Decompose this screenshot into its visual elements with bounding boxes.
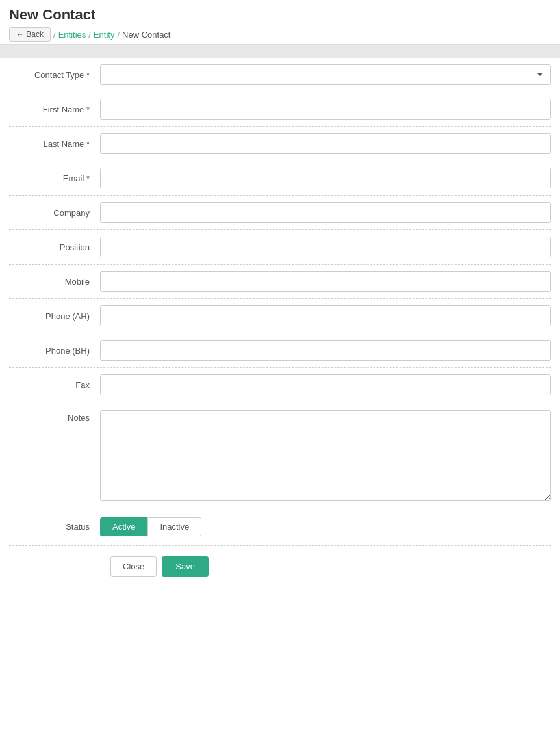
phone-bh-row: Phone (BH) [9,333,551,368]
breadcrumb-entity[interactable]: Entity [94,30,115,40]
gray-bar [0,45,560,58]
breadcrumb-sep-3: / [117,30,120,40]
breadcrumb-sep-2: / [88,30,91,40]
form-container: Contact Type * First Name * Last Name * … [0,58,560,587]
breadcrumb-current: New Contact [122,30,170,40]
breadcrumb-sep-1: / [53,30,56,40]
mobile-label: Mobile [9,277,100,287]
company-row: Company [9,196,551,230]
mobile-input[interactable] [100,271,551,292]
status-row: Status Active Inactive [9,508,551,546]
status-label: Status [9,522,100,532]
first-name-row: First Name * [9,92,551,127]
email-label: Email * [9,174,100,183]
notes-label: Notes [9,410,100,422]
company-input[interactable] [100,202,551,223]
first-name-label: First Name * [9,105,100,114]
phone-bh-input[interactable] [100,340,551,361]
position-label: Position [9,242,100,252]
last-name-label: Last Name * [9,139,100,149]
email-row: Email * [9,161,551,196]
contact-type-select[interactable] [100,64,551,85]
page-title: New Contact [9,6,551,23]
phone-ah-row: Phone (AH) [9,299,551,333]
page-header: New Contact ← Back / Entities / Entity /… [0,0,560,45]
phone-bh-label: Phone (BH) [9,346,100,356]
contact-type-row: Contact Type * [9,58,551,92]
action-row: Close Save [9,546,551,587]
back-button[interactable]: ← Back [9,27,51,42]
mobile-row: Mobile [9,265,551,299]
status-buttons: Active Inactive [100,517,201,536]
contact-type-label: Contact Type * [9,70,100,80]
breadcrumb: ← Back / Entities / Entity / New Contact [9,27,551,42]
fax-input[interactable] [100,374,551,395]
close-button[interactable]: Close [110,556,157,577]
last-name-row: Last Name * [9,127,551,161]
notes-row: Notes [9,402,551,508]
fax-row: Fax [9,368,551,402]
breadcrumb-entities[interactable]: Entities [58,30,86,40]
status-inactive-button[interactable]: Inactive [147,517,201,536]
position-row: Position [9,230,551,265]
position-input[interactable] [100,237,551,257]
phone-ah-input[interactable] [100,305,551,326]
company-label: Company [9,208,100,218]
notes-textarea[interactable] [100,410,551,501]
fax-label: Fax [9,380,100,390]
first-name-input[interactable] [100,99,551,120]
last-name-input[interactable] [100,133,551,154]
phone-ah-label: Phone (AH) [9,311,100,321]
email-input[interactable] [100,168,551,188]
status-active-button[interactable]: Active [100,517,147,536]
save-button[interactable]: Save [162,556,209,577]
